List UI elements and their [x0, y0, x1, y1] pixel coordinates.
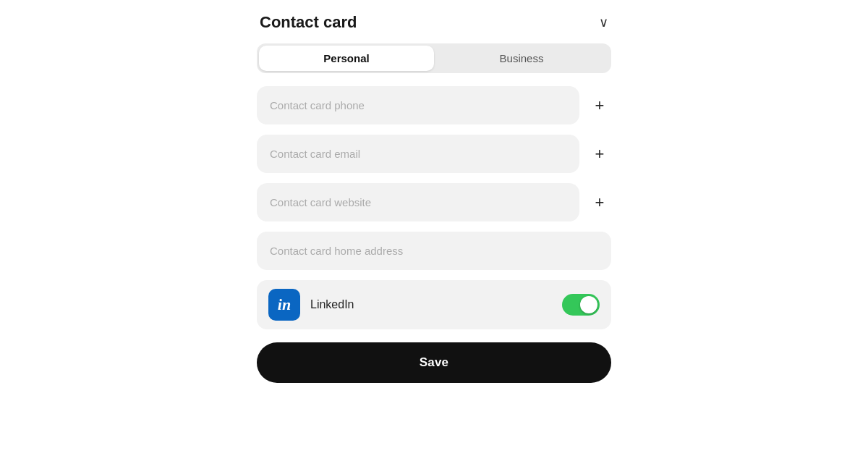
- tab-business[interactable]: Business: [434, 46, 609, 71]
- linkedin-icon: in: [268, 289, 300, 321]
- tab-personal[interactable]: Personal: [259, 46, 434, 71]
- card-title: Contact card: [260, 13, 357, 32]
- add-phone-button[interactable]: +: [588, 94, 611, 117]
- address-field-row: [257, 232, 611, 270]
- linkedin-icon-text: in: [278, 295, 291, 314]
- phone-field-row: +: [257, 86, 611, 124]
- phone-input[interactable]: [257, 86, 579, 124]
- linkedin-toggle[interactable]: [562, 294, 600, 316]
- chevron-down-icon[interactable]: ∨: [599, 14, 608, 30]
- card-header: Contact card ∨: [257, 13, 611, 43]
- toggle-thumb: [580, 296, 597, 313]
- add-email-button[interactable]: +: [588, 143, 611, 166]
- toggle-track[interactable]: [562, 294, 600, 316]
- linkedin-row: in LinkedIn: [257, 280, 611, 329]
- website-field-row: +: [257, 183, 611, 221]
- contact-card-panel: Contact card ∨ Personal Business + + +: [257, 13, 611, 383]
- tab-bar: Personal Business: [257, 43, 611, 73]
- email-field-row: +: [257, 135, 611, 173]
- add-website-button[interactable]: +: [588, 191, 611, 214]
- linkedin-label: LinkedIn: [310, 298, 552, 311]
- home-address-input[interactable]: [257, 232, 611, 270]
- email-input[interactable]: [257, 135, 579, 173]
- website-input[interactable]: [257, 183, 579, 221]
- save-button[interactable]: Save: [257, 342, 611, 383]
- page-container: Contact card ∨ Personal Business + + +: [0, 0, 868, 456]
